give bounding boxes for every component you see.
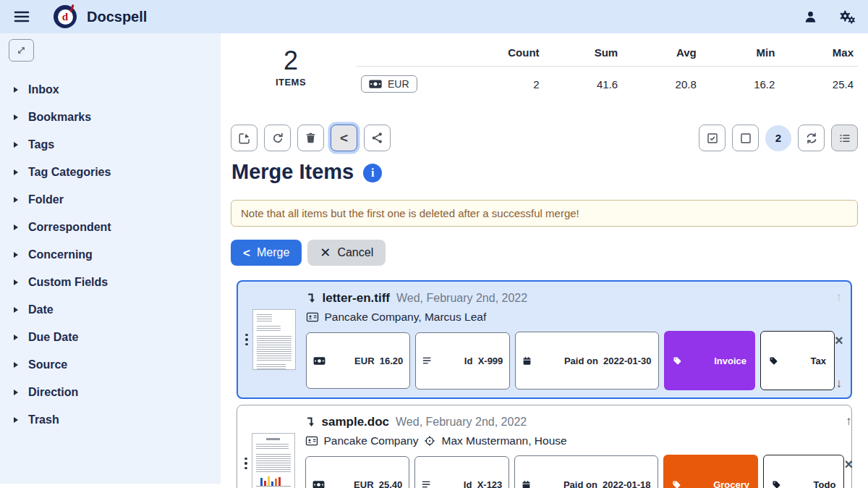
money-bill-icon <box>312 459 349 488</box>
merge-view-button[interactable]: < <box>331 125 357 151</box>
deselect-all-button[interactable] <box>732 125 759 151</box>
calendar-icon <box>522 458 558 488</box>
sidebar-item-date[interactable]: Date <box>9 296 212 324</box>
merge-item-card-1[interactable]: letter-en.tiff Wed, February 2nd, 2022 P… <box>237 280 852 399</box>
caret-right-icon <box>14 335 18 340</box>
card-controls: ↑ × ↓ <box>844 413 853 488</box>
stats-value-avg: 20.8 <box>622 67 701 96</box>
sidebar-item-folder[interactable]: Folder <box>9 186 212 214</box>
tag-badge-grocery[interactable]: Grocery <box>663 455 758 488</box>
sidebar-item-tags[interactable]: Tags <box>9 131 212 159</box>
caret-right-icon <box>14 279 18 285</box>
info-icon[interactable]: i <box>363 164 382 182</box>
reload-button[interactable] <box>264 125 291 151</box>
card-controls: ↑ × ↓ <box>835 289 843 390</box>
sidebar-item-trash[interactable]: Trash <box>9 406 212 434</box>
item-concerning: Max Mustermann, House <box>441 434 566 447</box>
remove-item-button[interactable]: × <box>844 457 853 471</box>
tag-badge-todo[interactable]: Todo <box>763 455 844 488</box>
sidebar-menu: Inbox Bookmarks Tags Tag Categories Fold… <box>9 76 212 434</box>
sidebar-item-direction[interactable]: Direction <box>9 379 212 406</box>
bars-icon <box>422 335 459 387</box>
gears-icon <box>838 9 855 25</box>
sidebar-expand-button[interactable] <box>9 39 34 62</box>
menu-toggle-button[interactable] <box>13 7 32 26</box>
stats-value-max: 25.4 <box>779 67 858 96</box>
refresh-selection-button[interactable] <box>798 125 825 151</box>
expand-arrows-icon <box>16 45 27 56</box>
tag-badge-invoice[interactable]: Invoice <box>664 331 755 390</box>
close-icon: ✕ <box>320 246 331 259</box>
square-icon <box>739 132 752 145</box>
paid-date-badge: Paid on 2022-01-18 <box>514 455 658 488</box>
remove-item-button[interactable]: × <box>835 333 843 348</box>
item-count-block: 2 ITEMS <box>265 46 316 88</box>
merge-actions: < Merge ✕ Cancel <box>231 240 858 266</box>
stats-header-min: Min <box>701 43 780 67</box>
money-bill-icon <box>313 335 350 387</box>
caret-right-icon <box>14 362 18 368</box>
stats-value-min: 16.2 <box>701 67 780 96</box>
document-thumbnail <box>252 433 295 488</box>
sidebar-item-concerning[interactable]: Concerning <box>9 241 212 269</box>
user-menu-button[interactable] <box>804 10 817 24</box>
tag-icon <box>772 458 809 488</box>
arrow-turn-down-icon <box>306 293 316 304</box>
move-up-button[interactable]: ↑ <box>836 291 843 303</box>
item-correspondent: Pancake Company <box>324 434 419 447</box>
item-correspondent: Pancake Company, Marcus Leaf <box>325 311 487 324</box>
sidebar-item-correspondent[interactable]: Correspondent <box>9 214 212 241</box>
caret-right-icon <box>14 252 18 258</box>
move-up-button[interactable]: ↑ <box>846 415 852 427</box>
sidebar-item-due-date[interactable]: Due Date <box>9 324 212 351</box>
merge-button[interactable]: < Merge <box>231 240 302 266</box>
list-view-button[interactable] <box>831 125 858 151</box>
tag-badge-tax[interactable]: Tax <box>760 331 835 390</box>
page-title-row: Merge Items i <box>231 160 858 184</box>
settings-menu-button[interactable] <box>838 9 855 25</box>
cancel-button[interactable]: ✕ Cancel <box>307 240 386 266</box>
item-count-label: ITEMS <box>265 77 316 88</box>
edit-button[interactable] <box>231 125 258 151</box>
item-id-badge: Id X-123 <box>414 456 509 488</box>
address-card-icon <box>305 434 318 447</box>
sidebar-item-custom-fields[interactable]: Custom Fields <box>9 269 212 296</box>
caret-right-icon <box>14 197 18 203</box>
select-all-button[interactable] <box>699 125 726 151</box>
currency-badge: EUR <box>361 75 417 93</box>
tag-icon <box>673 335 710 387</box>
item-count-value: 2 <box>265 46 316 75</box>
caret-right-icon <box>14 417 18 423</box>
stats-header-avg: Avg <box>622 43 701 67</box>
stats-header-max: Max <box>779 43 858 67</box>
kebab-menu-icon[interactable] <box>245 289 248 390</box>
item-filename: sample.doc <box>322 415 390 429</box>
calendar-icon <box>522 335 559 387</box>
selection-toolbar: 2 <box>699 125 858 151</box>
delete-button[interactable] <box>297 125 324 151</box>
item-details: letter-en.tiff Wed, February 2nd, 2022 P… <box>306 289 835 390</box>
address-card-icon <box>306 311 319 324</box>
crosshair-icon <box>424 435 435 447</box>
sidebar-item-bookmarks[interactable]: Bookmarks <box>9 104 212 131</box>
item-date: Wed, February 2nd, 2022 <box>396 416 527 429</box>
kebab-menu-icon[interactable] <box>244 413 247 488</box>
stats-section: 2 ITEMS Count Sum Avg Min Max <box>231 43 858 96</box>
money-bill-icon <box>369 80 382 88</box>
amount-badge: EUR 25.40 <box>305 456 410 488</box>
stats-row-eur: EUR 2 41.6 20.8 16.2 25.4 <box>357 67 858 96</box>
sidebar-item-inbox[interactable]: Inbox <box>9 76 212 104</box>
stats-header-sum: Sum <box>544 43 623 67</box>
share-icon <box>371 132 383 144</box>
merge-warning-note: Note that all items but the first one is… <box>231 200 858 227</box>
caret-right-icon <box>14 114 18 120</box>
move-down-button[interactable]: ↓ <box>836 377 843 390</box>
sidebar-item-tag-categories[interactable]: Tag Categories <box>9 159 212 186</box>
merge-item-card-2[interactable]: sample.doc Wed, February 2nd, 2022 Panca… <box>237 405 852 488</box>
user-icon <box>804 10 817 24</box>
sidebar-item-source[interactable]: Source <box>9 351 212 379</box>
trash-icon <box>305 132 317 144</box>
share-button[interactable] <box>364 125 391 151</box>
list-view-icon <box>838 132 851 145</box>
hamburger-icon <box>13 8 32 25</box>
